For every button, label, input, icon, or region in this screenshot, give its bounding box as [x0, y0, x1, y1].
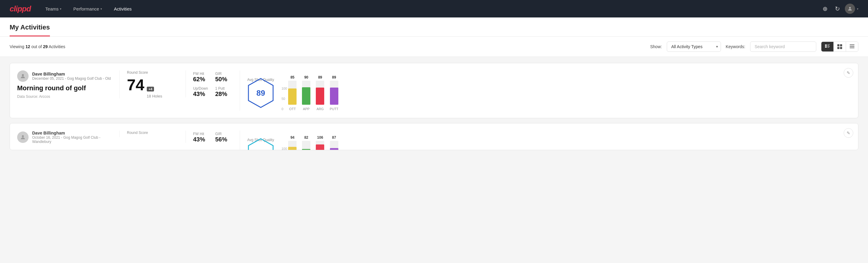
shot-quality-hexagon: 92: [247, 138, 274, 150]
round-score-label: Round Score: [127, 130, 178, 135]
activity-title: Morning round of golf: [17, 84, 112, 92]
y-axis: 100 50 0: [281, 147, 287, 150]
chevron-down-icon: ▾: [100, 7, 102, 10]
filter-bar: Viewing 12 out of 29 Activities Show: Al…: [0, 37, 868, 57]
user-avatar-button[interactable]: ▾: [845, 4, 858, 14]
logo[interactable]: clippd: [10, 4, 31, 13]
user-name: Dave Billingham: [32, 130, 112, 136]
svg-rect-5: [828, 46, 830, 47]
round-score-label: Round Score: [127, 70, 178, 75]
svg-rect-2: [828, 45, 830, 45]
bar-chart: 100 50 0 85 OTT: [281, 75, 338, 111]
chevron-down-icon: ▾: [857, 7, 858, 10]
svg-rect-13: [850, 48, 855, 48]
bar-putt: 87 PUTT: [330, 136, 338, 150]
stat-gir: GIR 56%: [215, 132, 233, 143]
main-content: ✎ Dave Billingham December 05, 2021 - Go…: [0, 57, 868, 161]
bar-app: 90 APP: [302, 75, 310, 111]
data-source: Data Source: Arccos: [17, 94, 112, 99]
nav-label-performance: Performance: [73, 6, 99, 11]
view-toggle: [821, 41, 858, 52]
score-number: 74: [127, 77, 144, 93]
svg-rect-1: [825, 45, 827, 46]
nav-item-activities[interactable]: Activities: [109, 4, 136, 14]
avatar: [17, 70, 29, 82]
refresh-button[interactable]: ↻: [833, 3, 842, 14]
card-user-section: Dave Billingham October 16, 2021 - Gog M…: [17, 130, 119, 146]
svg-point-14: [22, 74, 24, 76]
bar-arg: 89 ARG: [316, 75, 324, 111]
page-title: My Activities: [10, 18, 50, 36]
user-date: December 05, 2021 - Gog Magog Golf Club …: [32, 77, 111, 81]
stat-1putt: 1 Putt 28%: [215, 86, 233, 97]
add-button[interactable]: ⊕: [820, 3, 830, 14]
round-score-section: Round Score 74 +4 18 Holes: [119, 70, 186, 98]
chevron-down-icon: ▾: [60, 7, 61, 10]
avatar: [17, 132, 29, 143]
stats-section: FW Hit 62% GIR 50% Up/Down 43% 1 Putt 28…: [186, 70, 240, 97]
bar-arg: 106 ARG: [316, 136, 324, 150]
score-badge: +4: [147, 87, 154, 91]
show-label: Show:: [650, 44, 662, 49]
svg-rect-10: [840, 47, 842, 49]
activity-card: ✎ Dave Billingham October 16, 2021 - Gog…: [10, 123, 858, 150]
nav-item-teams[interactable]: Teams ▾: [40, 4, 66, 14]
stats-section: FW Hit 43% GIR 56%: [186, 130, 240, 143]
list-compact-view-button[interactable]: [846, 42, 858, 52]
bar-ott: 85 OTT: [288, 75, 297, 111]
svg-rect-7: [837, 44, 839, 46]
stat-fw-hit: FW Hit 43%: [193, 132, 211, 143]
activity-card: ✎ Dave Billingham December 05, 2021 - Go…: [10, 63, 858, 118]
activity-type-select-wrapper: All Activity Types ▾: [667, 41, 721, 52]
user-name: Dave Billingham: [32, 71, 111, 77]
avg-shot-quality-section: Avg Shot Quality 92 100 50 0: [240, 130, 851, 150]
page-header: My Activities: [0, 18, 868, 37]
bar-ott: 94 OTT: [288, 136, 297, 150]
stat-fw-hit: FW Hit 62%: [193, 71, 211, 83]
nav-label-teams: Teams: [45, 6, 59, 11]
activity-type-select[interactable]: All Activity Types: [667, 41, 721, 52]
bar-putt: 89 PUTT: [330, 75, 338, 111]
svg-rect-3: [828, 46, 829, 46]
svg-point-0: [849, 7, 851, 9]
shot-quality-hexagon: 89: [247, 78, 274, 108]
search-input[interactable]: [750, 41, 816, 52]
svg-point-16: [22, 135, 24, 137]
stat-updown: Up/Down 43%: [193, 86, 211, 97]
viewing-text: Viewing 12 out of 29 Activities: [10, 44, 65, 49]
svg-rect-12: [850, 46, 855, 47]
holes-text: 18 Holes: [147, 94, 162, 98]
list-detailed-view-button[interactable]: [822, 42, 834, 52]
svg-rect-8: [840, 44, 842, 46]
stat-gir: GIR 50%: [215, 71, 233, 83]
svg-rect-11: [850, 45, 855, 45]
keywords-label: Keywords:: [726, 44, 745, 49]
svg-rect-4: [825, 46, 827, 48]
bar-app: 82 APP: [302, 136, 310, 150]
user-date: October 16, 2021 - Gog Magog Golf Club -…: [32, 136, 112, 144]
nav-label-activities: Activities: [114, 6, 132, 11]
round-score-section: Round Score: [119, 130, 186, 137]
avg-shot-quality-section: Avg Shot Quality 89 100 50: [240, 70, 851, 111]
card-user-section: Dave Billingham December 05, 2021 - Gog …: [17, 70, 119, 99]
avatar: [845, 4, 855, 14]
y-axis: 100 50 0: [281, 87, 287, 111]
nav-item-performance[interactable]: Performance ▾: [69, 4, 107, 14]
svg-rect-6: [828, 47, 829, 48]
grid-view-button[interactable]: [834, 42, 846, 52]
svg-rect-9: [837, 47, 839, 49]
